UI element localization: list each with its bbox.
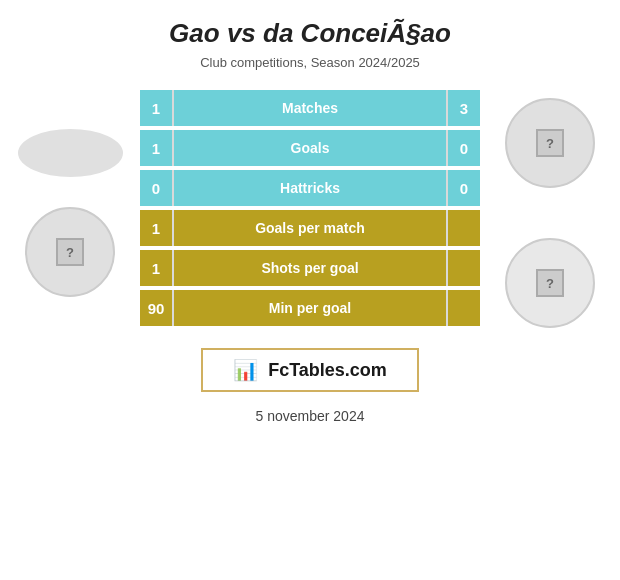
date-text: 5 november 2024 xyxy=(256,408,365,424)
comparison-area: ? 1 Matches 3 1 Goals xyxy=(0,88,620,328)
player-left-placeholder-icon: ? xyxy=(56,238,84,266)
stat-row-goals-per-match: 1 Goals per match xyxy=(140,210,480,246)
page-subtitle: Club competitions, Season 2024/2025 xyxy=(200,55,420,70)
stat-row-matches: 1 Matches 3 xyxy=(140,90,480,126)
fctables-branding: 📊 FcTables.com xyxy=(201,348,419,392)
stat-matches-bar: Matches xyxy=(174,90,446,126)
stat-goals-right: 0 xyxy=(448,130,480,166)
fctables-logo-icon: 📊 xyxy=(233,358,258,382)
stat-goals-bar: Goals xyxy=(174,130,446,166)
stat-hattricks-label: Hattricks xyxy=(280,180,340,196)
page-title: Gao vs da ConceiÃ§ao xyxy=(169,18,451,49)
stat-row-hattricks: 0 Hattricks 0 xyxy=(140,170,480,206)
player-right: ? ? xyxy=(490,88,610,328)
stat-spg-label: Shots per goal xyxy=(261,260,358,276)
player-right-avatar-top: ? xyxy=(505,98,595,188)
stat-hattricks-right: 0 xyxy=(448,170,480,206)
stat-row-shots-per-goal: 1 Shots per goal xyxy=(140,250,480,286)
player-left-avatar: ? xyxy=(25,207,115,297)
stat-hattricks-left: 0 xyxy=(140,170,172,206)
player-right-placeholder-icon-top: ? xyxy=(536,129,564,157)
stat-spg-left: 1 xyxy=(140,250,172,286)
stat-spg-right xyxy=(448,250,480,286)
stat-mpg-left: 90 xyxy=(140,290,172,326)
stat-hattricks-bar: Hattricks xyxy=(174,170,446,206)
stat-spg-bar: Shots per goal xyxy=(174,250,446,286)
player-right-avatar-bottom: ? xyxy=(505,238,595,328)
stat-gpm-bar: Goals per match xyxy=(174,210,446,246)
stat-row-goals: 1 Goals 0 xyxy=(140,130,480,166)
stat-matches-right: 3 xyxy=(448,90,480,126)
stat-mpg-right xyxy=(448,290,480,326)
stat-matches-left: 1 xyxy=(140,90,172,126)
stat-gpm-label: Goals per match xyxy=(255,220,365,236)
page-wrapper: Gao vs da ConceiÃ§ao Club competitions, … xyxy=(0,0,620,580)
stat-gpm-right xyxy=(448,210,480,246)
stat-goals-left: 1 xyxy=(140,130,172,166)
stat-gpm-left: 1 xyxy=(140,210,172,246)
stat-row-min-per-goal: 90 Min per goal xyxy=(140,290,480,326)
stat-goals-label: Goals xyxy=(291,140,330,156)
player-right-placeholder-icon-bottom: ? xyxy=(536,269,564,297)
stat-matches-label: Matches xyxy=(282,100,338,116)
fctables-text: FcTables.com xyxy=(268,360,387,381)
player-left-oval xyxy=(18,129,123,177)
stat-mpg-bar: Min per goal xyxy=(174,290,446,326)
stat-mpg-label: Min per goal xyxy=(269,300,351,316)
player-left: ? xyxy=(10,119,130,297)
stats-center: 1 Matches 3 1 Goals 0 0 xyxy=(140,90,480,326)
